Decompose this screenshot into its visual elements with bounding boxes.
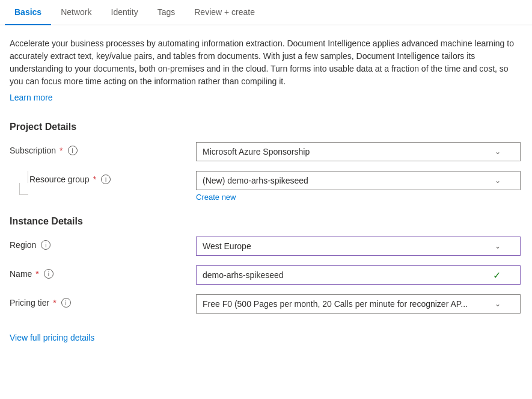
name-value: demo-arhs-spikeseed (203, 270, 493, 280)
tree-vertical-line (28, 171, 28, 183)
resource-group-info-icon[interactable]: i (101, 175, 111, 184)
region-row: Region i West Europe ⌄ (10, 237, 522, 256)
pricing-tier-value: Free F0 (500 Pages per month, 20 Calls p… (203, 299, 495, 309)
name-input[interactable]: demo-arhs-spikeseed ✓ (196, 265, 521, 285)
pricing-tier-control: Free F0 (500 Pages per month, 20 Calls p… (196, 294, 521, 314)
region-info-icon[interactable]: i (41, 240, 50, 250)
region-dropdown[interactable]: West Europe ⌄ (196, 237, 521, 256)
region-control: West Europe ⌄ (196, 237, 521, 256)
name-label: Name (10, 269, 32, 279)
tab-navigation: Basics Network Identity Tags Review + cr… (0, 0, 532, 25)
learn-more-link[interactable]: Learn more (10, 93, 53, 102)
resource-group-required: * (93, 175, 96, 184)
subscription-info-icon[interactable]: i (68, 146, 78, 155)
instance-details-header: Instance Details (10, 216, 522, 227)
region-value: West Europe (203, 241, 495, 251)
resource-group-dropdown[interactable]: (New) demo-arhs-spikeseed ⌄ (196, 171, 521, 190)
region-chevron-icon: ⌄ (495, 242, 501, 250)
subscription-label: Subscription (10, 146, 56, 155)
tab-tags[interactable]: Tags (148, 0, 185, 25)
tree-line: Resource group * i (19, 171, 111, 195)
name-info-icon[interactable]: i (44, 269, 54, 279)
resource-group-row: Resource group * i (New) demo-arhs-spike… (10, 171, 522, 202)
name-row: Name * i demo-arhs-spikeseed ✓ (10, 265, 522, 285)
pricing-tier-required: * (53, 298, 56, 308)
resource-group-label: Resource group (29, 175, 90, 184)
subscription-dropdown[interactable]: Microsoft Azure Sponsorship ⌄ (196, 142, 521, 161)
resource-group-value: (New) demo-arhs-spikeseed (203, 176, 495, 185)
description-text: Accelerate your business processes by au… (10, 37, 522, 88)
region-label-col: Region i (10, 237, 196, 250)
pricing-tier-label: Pricing tier (10, 298, 49, 308)
main-content: Accelerate your business processes by au… (0, 25, 532, 354)
tab-identity[interactable]: Identity (102, 0, 148, 25)
pricing-tier-label-col: Pricing tier * i (10, 294, 196, 308)
name-label-col: Name * i (10, 265, 196, 279)
subscription-chevron-icon: ⌄ (495, 147, 501, 156)
create-new-link[interactable]: Create new (196, 193, 236, 202)
name-valid-icon: ✓ (493, 270, 501, 281)
tab-basics[interactable]: Basics (5, 0, 51, 25)
resource-group-chevron-icon: ⌄ (495, 176, 501, 185)
name-required: * (35, 269, 38, 279)
tab-review-create[interactable]: Review + create (185, 0, 264, 25)
pricing-tier-chevron-icon: ⌄ (495, 300, 501, 308)
view-pricing-link[interactable]: View full pricing details (10, 333, 94, 342)
subscription-control: Microsoft Azure Sponsorship ⌄ (196, 142, 521, 161)
subscription-required: * (60, 146, 63, 155)
resource-group-control: (New) demo-arhs-spikeseed ⌄ Create new (196, 171, 521, 202)
subscription-row: Subscription * i Microsoft Azure Sponsor… (10, 142, 522, 161)
tab-network[interactable]: Network (51, 0, 101, 25)
pricing-tier-dropdown[interactable]: Free F0 (500 Pages per month, 20 Calls p… (196, 294, 521, 314)
resource-group-label-col: Resource group * i (10, 171, 196, 195)
tree-horizontal-line (20, 194, 28, 195)
subscription-label-col: Subscription * i (10, 142, 196, 155)
pricing-tier-row: Pricing tier * i Free F0 (500 Pages per … (10, 294, 522, 314)
region-label: Region (10, 240, 36, 250)
name-control: demo-arhs-spikeseed ✓ (196, 265, 521, 285)
subscription-value: Microsoft Azure Sponsorship (203, 147, 495, 156)
project-details-header: Project Details (10, 122, 522, 132)
pricing-tier-info-icon[interactable]: i (61, 298, 71, 308)
resource-group-labels: Resource group * i (29, 171, 111, 184)
